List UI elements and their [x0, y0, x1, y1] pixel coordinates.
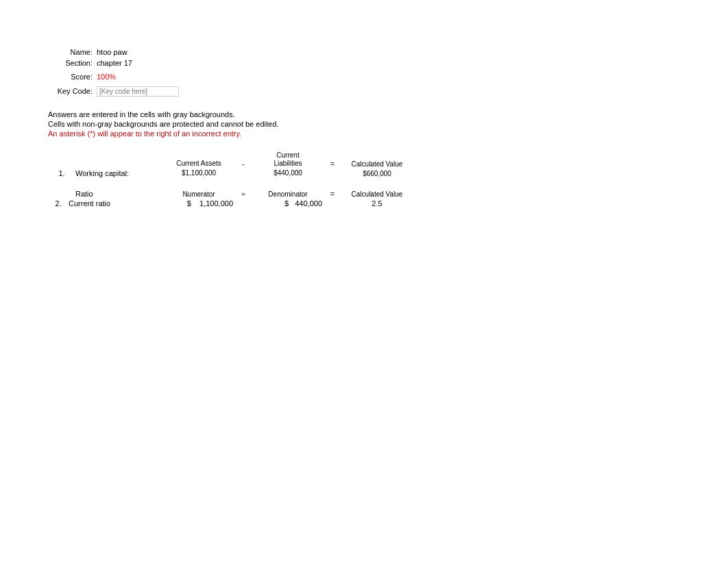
ratio-section-label: Ratio — [48, 190, 93, 198]
ratio-denominator-header: Denominator — [254, 190, 322, 198]
wc-op-header: - — [233, 160, 254, 168]
ratio-row-label: Current ratio — [69, 199, 165, 208]
score-value: 100% — [97, 73, 116, 81]
section-value: chapter 17 — [97, 59, 132, 67]
ratio-row-val2: $ 440,000 — [254, 199, 322, 208]
ratio-numerator-header: Numerator — [165, 190, 233, 198]
ratio-row-calc: 2.5 — [343, 199, 411, 208]
wc-eq-header: = — [322, 160, 343, 168]
wc-result: $660,000 — [343, 170, 411, 177]
name-label: Name: — [48, 48, 93, 56]
wc-row-label: Working capital: — [75, 169, 165, 177]
wc-col1-header: Current Assets — [165, 160, 233, 168]
wc-val2: $440,000 — [254, 169, 322, 177]
ratio-row-number: 2. — [48, 199, 69, 208]
wc-col3-header: Calculated Value — [343, 160, 411, 168]
ratio-calculated-header: Calculated Value — [343, 190, 411, 198]
keycode-label: Key Code: — [48, 87, 93, 95]
name-value: htoo paw — [97, 48, 128, 56]
keycode-input[interactable] — [97, 86, 179, 97]
ratio-row-val1: $ 1,100,000 — [165, 199, 233, 208]
instruction-line1: Answers are entered in the cells with gr… — [48, 110, 728, 118]
ratio-equals-header: = — [322, 190, 343, 198]
wc-row-number: 1. — [48, 169, 75, 177]
instruction-line3: An asterisk (*) will appear to the right… — [48, 129, 728, 138]
ratio-row: 2. Current ratio $ 1,100,000 $ 440,000 2… — [48, 199, 432, 208]
ratio-divide-header: ÷ — [233, 190, 254, 198]
score-label: Score: — [48, 73, 93, 81]
instruction-line2: Cells with non-gray backgrounds are prot… — [48, 120, 728, 128]
wc-col2-header: Current Liabilities — [254, 151, 322, 168]
wc-val1: $1,100,000 — [165, 169, 233, 177]
section-label: Section: — [48, 59, 93, 67]
